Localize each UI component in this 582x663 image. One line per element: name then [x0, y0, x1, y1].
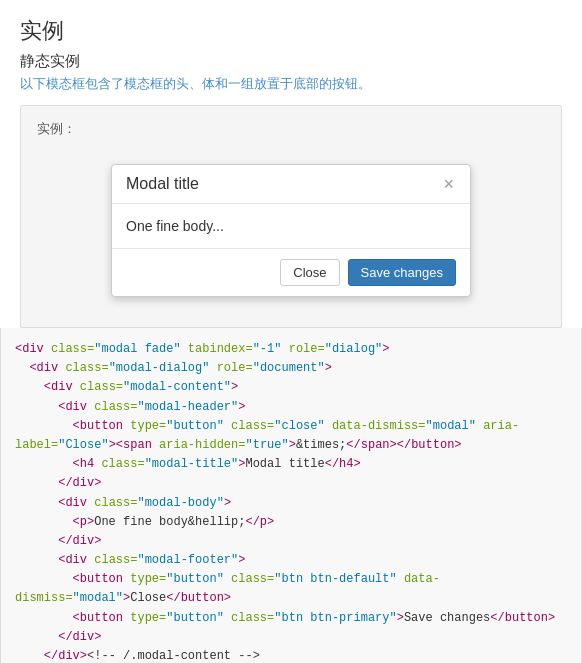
- demo-label: 实例：: [37, 120, 545, 138]
- modal-header: Modal title ×: [112, 165, 470, 204]
- modal-body: One fine body...: [112, 204, 470, 248]
- section-title: 静态实例: [20, 52, 562, 71]
- modal-preview: Modal title × One fine body... Close Sav…: [111, 164, 471, 297]
- demo-box: 实例： Modal title × One fine body... Close…: [20, 105, 562, 328]
- modal-preview-container: Modal title × One fine body... Close Sav…: [37, 148, 545, 313]
- section-desc: 以下模态框包含了模态框的头、体和一组放置于底部的按钮。: [20, 75, 562, 93]
- page-wrapper: 实例 静态实例 以下模态框包含了模态框的头、体和一组放置于底部的按钮。 实例： …: [0, 0, 582, 328]
- code-block: <div class="modal fade" tabindex="-1" ro…: [0, 328, 582, 663]
- page-title: 实例: [20, 16, 562, 46]
- modal-footer: Close Save changes: [112, 248, 470, 296]
- modal-title: Modal title: [126, 175, 199, 193]
- close-button[interactable]: Close: [280, 259, 339, 286]
- modal-body-text: One fine body...: [126, 218, 456, 234]
- save-changes-button[interactable]: Save changes: [348, 259, 456, 286]
- modal-close-icon-button[interactable]: ×: [441, 175, 456, 193]
